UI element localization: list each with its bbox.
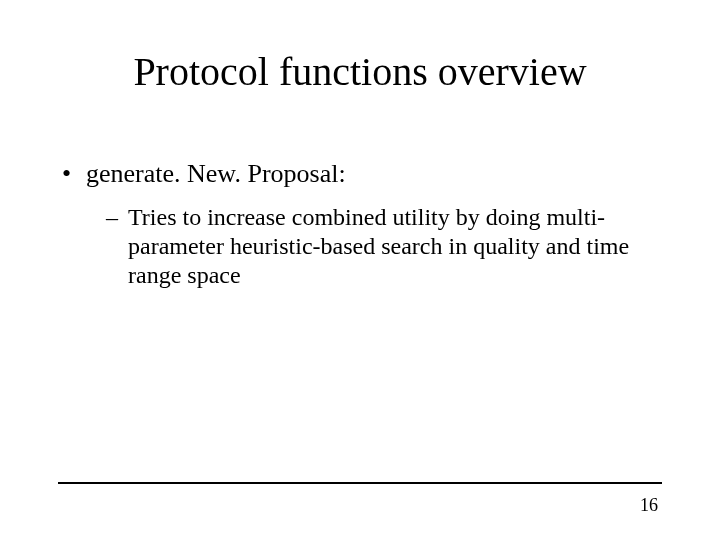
bullet-dash-icon: – (106, 203, 128, 232)
page-number: 16 (640, 495, 658, 516)
footer-divider (58, 482, 662, 484)
bullet-level-2: –Tries to increase combined utility by d… (106, 203, 660, 289)
bullet-dot-icon: • (62, 158, 86, 189)
bullet-level-1-text: generate. New. Proposal: (86, 158, 346, 189)
bullet-level-2-text: Tries to increase combined utility by do… (128, 203, 648, 289)
slide-body: •generate. New. Proposal: –Tries to incr… (62, 158, 660, 290)
slide: Protocol functions overview •generate. N… (0, 0, 720, 540)
bullet-level-1: •generate. New. Proposal: (62, 158, 660, 189)
slide-title: Protocol functions overview (0, 48, 720, 95)
